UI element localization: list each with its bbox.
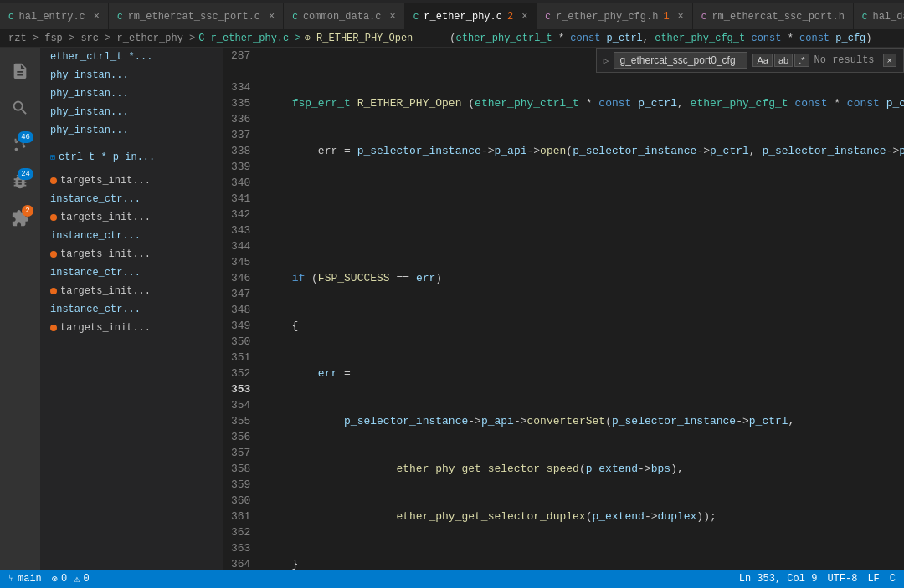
code-content[interactable]: fsp_err_t R_ETHER_PHY_Open (ether_phy_ct…	[260, 48, 904, 570]
sidebar-item-12[interactable]: instance_ctr...	[40, 263, 223, 282]
code-line-341: }	[264, 556, 904, 570]
sidebar-item-11[interactable]: targets_init...	[40, 245, 223, 263]
sidebar: ether_ctrl_t *... phy_instan... phy_inst…	[40, 48, 224, 570]
tab-close[interactable]: ×	[269, 11, 275, 23]
debug-badge: 24	[18, 168, 33, 180]
tab-hal-entry[interactable]: C hal_entry.c ×	[0, 3, 109, 29]
code-line-340: ether_phy_get_selector_duplex(p_extend->…	[264, 509, 904, 524]
sidebar-item-8[interactable]: instance_ctr...	[40, 190, 223, 208]
tab-r-ether-phy-cfg-h[interactable]: C r_ether_phy_cfg.h 1 ×	[537, 3, 692, 29]
sidebar-item-2[interactable]: phy_instan...	[40, 66, 223, 84]
tab-label: rm_ethercat_ssc_port.h	[711, 11, 844, 23]
code-line-338: p_selector_instance->p_api->converterSet…	[264, 413, 904, 429]
sidebar-item-9[interactable]: targets_init...	[40, 208, 223, 227]
find-widget: ▷ Aa ab .* No results ×	[596, 48, 904, 73]
sidebar-item-dot	[50, 325, 57, 331]
status-right: Ln 353, Col 9 UTF-8 LF C	[739, 573, 896, 585]
sidebar-item-label: targets_init...	[60, 248, 151, 260]
sidebar-item-label: phy_instan...	[50, 106, 129, 118]
line-numbers: 287 334 335 336 337 338 339 340 341 342 …	[224, 48, 260, 570]
sidebar-item-label: targets_init...	[60, 322, 151, 334]
sidebar-item-7[interactable]: targets_init...	[40, 171, 223, 190]
breadcrumb-sig: (ether_phy_ctrl_t * const p_ctrl, ether_…	[449, 33, 871, 44]
sidebar-item-6[interactable]: ⊞ ctrl_t * p_in...	[40, 148, 223, 166]
sidebar-item-dot	[50, 177, 57, 184]
sidebar-item-15[interactable]: targets_init...	[40, 319, 223, 337]
find-case-sensitive[interactable]: Aa	[752, 54, 772, 67]
sidebar-item-label: instance_ctr...	[50, 267, 141, 279]
error-count: 0	[61, 573, 67, 585]
tab-label: rm_ethercat_ssc_port.c	[128, 11, 260, 23]
sidebar-item-dot	[50, 288, 57, 294]
breadcrumb-file: C r_ether_phy.c >	[198, 33, 300, 44]
breadcrumb-path: rzt > fsp > src > r_ether_phy >	[8, 33, 195, 44]
tab-rm-ethercat[interactable]: C rm_ethercat_ssc_port.c ×	[109, 3, 284, 29]
sidebar-item-label: phy_instan...	[50, 125, 129, 136]
tab-type-icon: C	[413, 12, 419, 22]
tab-label: common_data.c	[303, 11, 382, 23]
branch-name: main	[18, 573, 42, 585]
find-chevron-icon: ▷	[604, 55, 609, 66]
tab-modified-dot: 1	[663, 11, 669, 23]
status-errors[interactable]: ⊗ 0 ⚠ 0	[52, 573, 90, 585]
status-branch[interactable]: ⑂ main	[8, 573, 42, 585]
breadcrumb: rzt > fsp > src > r_ether_phy > C r_ethe…	[0, 29, 904, 48]
find-regex[interactable]: .*	[794, 54, 809, 67]
tab-close[interactable]: ×	[390, 11, 396, 23]
sidebar-item-4[interactable]: phy_instan...	[40, 103, 223, 121]
sidebar-item-10[interactable]: instance_ctr...	[40, 227, 223, 245]
tab-r-ether-phy-c[interactable]: C r_ether_phy.c 2 ×	[405, 3, 537, 29]
find-close[interactable]: ×	[883, 54, 896, 67]
find-input[interactable]	[614, 52, 747, 69]
branch-icon: ⑂	[8, 573, 14, 585]
cursor-position: Ln 353, Col 9	[739, 573, 818, 585]
encoding-value: UTF-8	[827, 573, 857, 585]
status-language[interactable]: C	[890, 573, 896, 585]
activity-icon-source-control[interactable]: 46	[3, 128, 37, 161]
tab-type-icon: C	[545, 12, 551, 22]
sidebar-item-14[interactable]: instance_ctr...	[40, 300, 223, 319]
activity-icon-search[interactable]	[3, 91, 37, 125]
tab-type-icon: C	[117, 12, 123, 22]
code-line-335: if (FSP_SUCCESS == err)	[264, 270, 904, 286]
error-icon: ⊗	[52, 573, 58, 585]
tab-common-data[interactable]: C common_data.c ×	[284, 3, 404, 29]
tab-label: r_ether_phy_cfg.h	[556, 11, 658, 23]
sidebar-item-5[interactable]: phy_instan...	[40, 121, 223, 140]
status-cursor[interactable]: Ln 353, Col 9	[739, 573, 818, 585]
find-whole-word[interactable]: ab	[774, 54, 793, 67]
status-bar: ⑂ main ⊗ 0 ⚠ 0 Ln 353, Col 9 UTF-8 LF C	[0, 570, 904, 588]
sidebar-item-13[interactable]: targets_init...	[40, 282, 223, 300]
tab-rm-ethercat-h[interactable]: C rm_ethercat_ssc_port.h	[693, 3, 854, 29]
tab-type-icon: C	[292, 12, 298, 22]
sidebar-item-1[interactable]: ether_ctrl_t *...	[40, 48, 223, 66]
tab-close[interactable]: ×	[521, 11, 527, 23]
activity-icon-extensions[interactable]: 2	[3, 202, 37, 235]
tab-close[interactable]: ×	[94, 11, 100, 23]
sidebar-spacer-1	[40, 140, 223, 148]
tab-type-icon: C	[701, 12, 707, 22]
code-editor[interactable]: 287 334 335 336 337 338 339 340 341 342 …	[224, 48, 904, 570]
code-line-336: {	[264, 318, 904, 334]
extensions-badge: 2	[22, 205, 33, 217]
code-line-blank-top: err = p_selector_instance->p_api->open(p…	[264, 143, 904, 159]
tab-label: hal_data.c	[872, 11, 904, 23]
tab-bar: C hal_entry.c × C rm_ethercat_ssc_port.c…	[0, 0, 904, 29]
activity-icon-debug[interactable]: 24	[3, 165, 37, 198]
code-line-339: ether_phy_get_selector_speed(p_extend->b…	[264, 461, 904, 477]
tab-hal-data-c[interactable]: C hal_data.c ×	[854, 3, 904, 29]
sidebar-item-label: instance_ctr...	[50, 193, 141, 205]
sidebar-item-icon: ⊞	[50, 152, 55, 162]
status-encoding[interactable]: UTF-8	[827, 573, 857, 585]
sidebar-item-dot	[50, 251, 57, 258]
breadcrumb-symbol: ⊕ R_ETHER_PHY_Open	[305, 32, 413, 44]
activity-icon-files[interactable]	[3, 54, 37, 88]
sidebar-item-label: phy_instan...	[50, 69, 129, 81]
status-eol[interactable]: LF	[867, 573, 879, 585]
tab-type-icon: C	[8, 12, 14, 22]
tab-modified-dot: 2	[507, 11, 513, 23]
activity-bar: 46 24 2	[0, 48, 40, 570]
sidebar-item-3[interactable]: phy_instan...	[40, 84, 223, 103]
sidebar-item-label: targets_init...	[60, 212, 151, 223]
tab-close[interactable]: ×	[678, 11, 684, 23]
